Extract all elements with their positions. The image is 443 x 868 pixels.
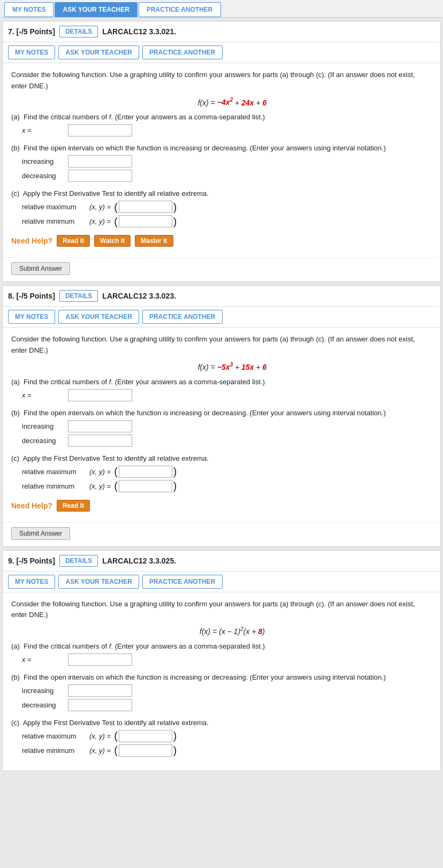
problem-8-rel-min-input[interactable] <box>119 480 172 492</box>
problem-9: 9. [-/5 Points] DETAILS LARCALC12 3.3.02… <box>2 550 441 771</box>
problem-8-need-help: Need Help? Read It <box>11 500 432 512</box>
problem-8-part-c-label: (c) Apply the First Derivative Test to i… <box>11 454 432 462</box>
problem-7-submit-btn[interactable]: Submit Answer <box>11 262 70 275</box>
problem-8-rel-max-close-paren: ) <box>173 466 177 477</box>
problem-9-rel-max-paren: ( ) <box>114 730 177 742</box>
problem-9-part-c-label: (c) Apply the First Derivative Test to i… <box>11 719 432 727</box>
problem-8-rel-max-label: relative maximum <box>22 468 86 476</box>
problem-7-my-notes-btn[interactable]: MY NOTES <box>8 45 55 59</box>
problem-8-decreasing-row: decreasing <box>22 435 432 447</box>
problem-7-decreasing-row: decreasing <box>22 170 432 182</box>
problem-9-part-a-input-row: x = <box>22 653 432 666</box>
problem-8-rel-min-close-paren: ) <box>173 481 177 491</box>
problem-8-id: LARCALC12 3.3.023. <box>102 292 176 300</box>
problem-8-notes-bar: MY NOTES ASK YOUR TEACHER PRACTICE ANOTH… <box>3 307 440 328</box>
problem-8-details-btn[interactable]: DETAILS <box>59 290 98 302</box>
problem-9-rel-min-xy: (x, y) = <box>89 747 111 755</box>
problem-7-practice-btn[interactable]: PRACTICE ANOTHER <box>142 45 223 59</box>
problem-8-rel-max-open-paren: ( <box>114 466 118 477</box>
problem-9-rel-min-label: relative minimum <box>22 747 86 755</box>
problem-9-rel-max-input[interactable] <box>119 730 172 742</box>
problem-7-rel-min-xy: (x, y) = <box>89 217 111 225</box>
problem-9-rel-min-input[interactable] <box>119 744 172 757</box>
problem-8-part-a-label: (a) Find the critical numbers of f. (Ent… <box>11 378 432 386</box>
problem-7-rel-max-close-paren: ) <box>173 202 177 212</box>
problem-9-decreasing-label: decreasing <box>22 701 65 709</box>
problem-7-increasing-row: increasing <box>22 155 432 167</box>
problem-7-decreasing-input[interactable] <box>68 170 132 182</box>
problem-9-ask-teacher-btn[interactable]: ASK YOUR TEACHER <box>58 575 139 589</box>
problem-7-master-it-btn[interactable]: Master It <box>135 235 173 247</box>
problem-7-read-it-btn[interactable]: Read It <box>57 235 90 247</box>
problem-9-increasing-input[interactable] <box>68 684 132 697</box>
problem-9-number: 9. [-/5 Points] <box>8 557 55 565</box>
problem-7-details-btn[interactable]: DETAILS <box>59 26 98 37</box>
problem-7-id: LARCALC12 3.3.021. <box>102 27 176 36</box>
problem-7-rel-max-label: relative maximum <box>22 203 86 211</box>
problem-9-rel-max-xy: (x, y) = <box>89 732 111 740</box>
problem-9-instructions: Consider the following function. Use a g… <box>11 599 432 621</box>
problem-9-details-btn[interactable]: DETAILS <box>59 555 98 567</box>
problem-7-rel-max-xy: (x, y) = <box>89 203 111 211</box>
problem-9-part-a-label: (a) Find the critical numbers of f. (Ent… <box>11 642 432 650</box>
problem-8-rel-max-row: relative maximum (x, y) = ( ) <box>22 466 432 478</box>
problem-8-decreasing-input[interactable] <box>68 435 132 447</box>
problem-7-part-a-label: (a) Find the critical numbers of f. (Ent… <box>11 113 432 121</box>
problem-8-increasing-row: increasing <box>22 420 432 432</box>
problem-9-practice-btn[interactable]: PRACTICE ANOTHER <box>142 575 223 589</box>
problem-8-submit-btn[interactable]: Submit Answer <box>11 527 70 540</box>
tab-practice-another[interactable]: PRACTICE ANOTHER <box>139 2 221 17</box>
problem-8-rel-min-row: relative minimum (x, y) = ( ) <box>22 480 432 492</box>
problem-7-part-c-label: (c) Apply the First Derivative Test to i… <box>11 189 432 197</box>
problem-8-function: f(x) = −5x3 + 15x + 6 <box>33 362 432 371</box>
problem-7-ask-teacher-btn[interactable]: ASK YOUR TEACHER <box>58 45 139 59</box>
problem-9-decreasing-row: decreasing <box>22 699 432 711</box>
problem-7-rel-min-close-paren: ) <box>173 216 177 227</box>
problem-7-part-a: (a) Find the critical numbers of f. (Ent… <box>11 113 432 136</box>
tab-my-notes[interactable]: MY NOTES <box>4 2 54 17</box>
problem-9-part-a-x-input[interactable] <box>68 653 132 666</box>
problem-7-rel-max-paren: ( ) <box>114 201 177 213</box>
problem-7-rel-min-open-paren: ( <box>114 216 118 227</box>
problem-8-content: Consider the following function. Use a g… <box>3 328 440 522</box>
problem-8-ask-teacher-btn[interactable]: ASK YOUR TEACHER <box>58 310 139 324</box>
problem-9-id: LARCALC12 3.3.025. <box>102 557 176 565</box>
problem-8-part-a-x-input[interactable] <box>68 389 132 401</box>
problem-8-read-it-btn[interactable]: Read It <box>57 500 90 512</box>
problem-9-decreasing-input[interactable] <box>68 699 132 711</box>
problem-8-decreasing-label: decreasing <box>22 437 65 445</box>
problem-8-need-help-label: Need Help? <box>11 501 52 510</box>
problem-7-content: Consider the following function. Use a g… <box>3 63 440 257</box>
problem-7-need-help: Need Help? Read It Watch It Master It <box>11 235 432 247</box>
problem-7-increasing-input[interactable] <box>68 155 132 167</box>
problem-9-increasing-label: increasing <box>22 687 65 695</box>
problem-7-part-c: (c) Apply the First Derivative Test to i… <box>11 189 432 227</box>
problem-7-rel-max-input[interactable] <box>119 201 172 213</box>
problem-8-practice-btn[interactable]: PRACTICE ANOTHER <box>142 310 223 324</box>
problem-7-part-a-x-input[interactable] <box>68 124 132 136</box>
problem-7-rel-min-paren: ( ) <box>114 215 177 227</box>
problem-8-part-a-input-row: x = <box>22 389 432 401</box>
problem-8-increasing-input[interactable] <box>68 420 132 432</box>
problem-9-my-notes-btn[interactable]: MY NOTES <box>8 575 55 589</box>
tab-ask-teacher[interactable]: ASK YOUR TEACHER <box>55 2 137 17</box>
problem-9-rel-min-open-paren: ( <box>114 745 118 756</box>
problem-9-notes-bar: MY NOTES ASK YOUR TEACHER PRACTICE ANOTH… <box>3 572 440 592</box>
problem-7-rel-max-open-paren: ( <box>114 202 118 212</box>
problem-7-submit-row: Submit Answer <box>3 257 440 281</box>
problem-7-watch-it-btn[interactable]: Watch It <box>94 235 131 247</box>
problem-7-instructions: Consider the following function. Use a g… <box>11 70 432 92</box>
problem-7-notes-bar: MY NOTES ASK YOUR TEACHER PRACTICE ANOTH… <box>3 42 440 63</box>
top-tab-bar: MY NOTES ASK YOUR TEACHER PRACTICE ANOTH… <box>0 0 443 18</box>
problem-7-header: 7. [-/5 Points] DETAILS LARCALC12 3.3.02… <box>3 21 440 42</box>
problem-9-part-a-x-label: x = <box>22 656 65 664</box>
problem-8-rel-max-input[interactable] <box>119 466 172 478</box>
problem-8-my-notes-btn[interactable]: MY NOTES <box>8 310 55 324</box>
problem-8-instructions: Consider the following function. Use a g… <box>11 334 432 356</box>
problem-8-rel-min-label: relative minimum <box>22 482 86 490</box>
problem-7-rel-min-input[interactable] <box>119 215 172 227</box>
problem-9-rel-max-row: relative maximum (x, y) = ( ) <box>22 730 432 742</box>
problem-7-rel-min-row: relative minimum (x, y) = ( ) <box>22 215 432 227</box>
problem-8-part-b: (b) Find the open intervals on which the… <box>11 409 432 447</box>
problem-7: 7. [-/5 Points] DETAILS LARCALC12 3.3.02… <box>2 21 441 282</box>
